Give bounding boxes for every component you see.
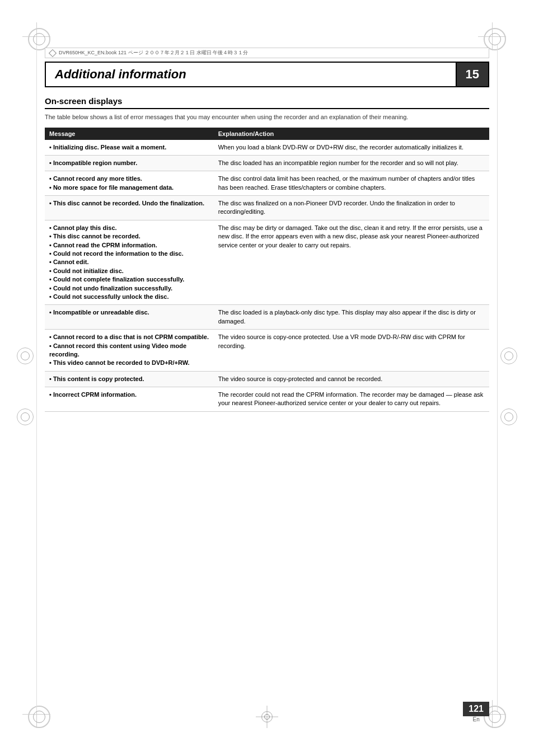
- table-cell-message: • Cannot record any more titles.• No mor…: [45, 171, 214, 196]
- table-cell-message: • This content is copy protected.: [45, 371, 214, 387]
- reg-mark-right-top: [500, 348, 517, 364]
- file-info-text: DVR650HK_KC_EN.book 121 ページ ２００７年２月２１日 水…: [59, 49, 248, 57]
- corner-decoration-bl: [22, 700, 56, 734]
- error-table: Message Explanation/Action • Initializin…: [45, 128, 489, 412]
- table-row: • Incompatible region number.The disc lo…: [45, 155, 489, 171]
- page-number-area: 121 En: [463, 702, 489, 722]
- page-number-box: 121: [463, 702, 489, 716]
- chapter-header: Additional information 15: [45, 62, 489, 87]
- table-cell-message: • Incompatible or unreadable disc.: [45, 305, 214, 330]
- table-cell-explanation: The disc control data limit has been rea…: [214, 171, 489, 196]
- table-cell-message: • Incorrect CPRM information.: [45, 387, 214, 412]
- table-cell-message: • Cannot play this disc.• This disc cann…: [45, 220, 214, 305]
- table-cell-explanation: The disc loaded is a playback-only disc …: [214, 305, 489, 330]
- table-row: • Cannot play this disc.• This disc cann…: [45, 220, 489, 305]
- table-row: • Cannot record to a disc that is not CP…: [45, 330, 489, 372]
- table-cell-message: • Initializing disc. Please wait a momen…: [45, 140, 214, 156]
- table-header-row: Message Explanation/Action: [45, 128, 489, 140]
- reg-mark-right-bottom: [500, 408, 517, 425]
- table-row: • Cannot record any more titles.• No mor…: [45, 171, 489, 196]
- file-info-bar: DVR650HK_KC_EN.book 121 ページ ２００７年２月２１日 水…: [45, 48, 489, 58]
- table-cell-message: • Incompatible region number.: [45, 155, 214, 171]
- bottom-center-mark: [261, 711, 273, 722]
- table-cell-explanation: The video source is copy-once protected.…: [214, 330, 489, 372]
- page-wrapper: DVR650HK_KC_EN.book 121 ページ ２００７年２月２１日 水…: [0, 0, 534, 756]
- chapter-title: Additional information: [55, 67, 186, 82]
- side-line-left: [36, 45, 37, 711]
- table-cell-explanation: When you load a blank DVD-RW or DVD+RW d…: [214, 140, 489, 156]
- section-title: On-screen displays: [45, 96, 122, 106]
- table-row: • Initializing disc. Please wait a momen…: [45, 140, 489, 156]
- col-header-explanation: Explanation/Action: [214, 128, 489, 140]
- reg-mark-left-bottom: [17, 408, 34, 425]
- table-cell-explanation: The disc loaded has an incompatible regi…: [214, 155, 489, 171]
- chapter-number-box: 15: [456, 62, 489, 87]
- table-cell-message: • This disc cannot be recorded. Undo the…: [45, 196, 214, 220]
- table-row: • This disc cannot be recorded. Undo the…: [45, 196, 489, 220]
- chapter-number: 15: [466, 67, 479, 82]
- table-cell-message: • Cannot record to a disc that is not CP…: [45, 330, 214, 372]
- section-header: On-screen displays: [45, 96, 489, 109]
- table-row: • This content is copy protected.The vid…: [45, 371, 489, 387]
- table-row: • Incompatible or unreadable disc.The di…: [45, 305, 489, 330]
- table-cell-explanation: The disc was finalized on a non-Pioneer …: [214, 196, 489, 220]
- table-cell-explanation: The recorder could not read the CPRM inf…: [214, 387, 489, 412]
- chapter-title-box: Additional information: [45, 62, 456, 87]
- content-area: Additional information 15 On-screen disp…: [45, 62, 489, 700]
- diamond-icon: [49, 49, 57, 57]
- col-header-message: Message: [45, 128, 214, 140]
- reg-mark-left-top: [17, 348, 34, 364]
- page-lang: En: [463, 716, 489, 722]
- side-line-right: [497, 45, 498, 711]
- table-row: • Incorrect CPRM information.The recorde…: [45, 387, 489, 412]
- table-cell-explanation: The disc may be dirty or damaged. Take o…: [214, 220, 489, 305]
- table-cell-explanation: The video source is copy-protected and c…: [214, 371, 489, 387]
- intro-text: The table below shows a list of error me…: [45, 112, 489, 122]
